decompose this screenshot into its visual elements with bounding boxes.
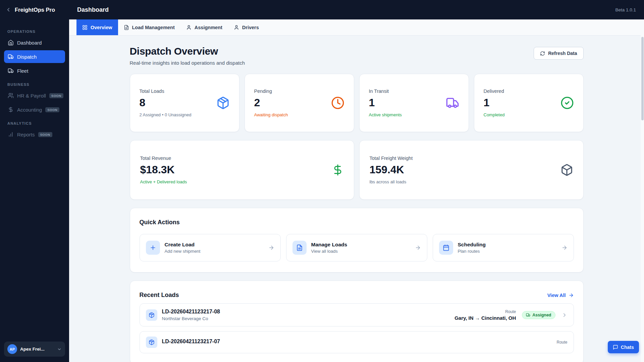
sidebar-item-label: Dashboard <box>17 40 42 46</box>
load-row[interactable]: LD-20260421123217-08 Northstar Beverage … <box>140 303 574 326</box>
package-icon <box>146 337 157 348</box>
stat-subtext: lbs across all loads <box>370 179 413 184</box>
sidebar-item-hr-payroll[interactable]: HR & Payroll SOON <box>4 89 65 102</box>
sidebar: OPERATIONS Dashboard Dispatch Fleet BUSI… <box>0 19 69 362</box>
avatar: AP <box>7 344 17 354</box>
sidebar-item-dispatch[interactable]: Dispatch <box>4 50 65 63</box>
stat-value: 8 <box>140 97 192 109</box>
wide-stats-row: Total Revenue $18.3K Active + Delivered … <box>130 140 584 200</box>
tab-label: Drivers <box>242 25 259 30</box>
grid-icon <box>82 25 88 30</box>
stat-value: 2 <box>254 97 288 109</box>
stats-row: Total Loads 8 2 Assigned • 0 Unassigned … <box>130 74 584 132</box>
stat-value: 1 <box>484 97 505 109</box>
stat-card-total-loads: Total Loads 8 2 Assigned • 0 Unassigned <box>130 74 239 132</box>
stat-card-delivered: Delivered 1 Completed <box>474 74 584 132</box>
nav-section-business: BUSINESS <box>7 82 62 86</box>
sidebar-item-reports[interactable]: Reports SOON <box>4 128 65 141</box>
stat-subtext: Active shipments <box>369 112 402 117</box>
route-value: Gary, IN → Cincinnati, OH <box>454 315 516 321</box>
page-title: Dispatch Overview <box>130 46 245 57</box>
stat-label: Total Loads <box>140 88 192 94</box>
tab-assignment[interactable]: Assignment <box>180 19 228 35</box>
sidebar-item-accounting[interactable]: Accounting SOON <box>4 103 65 116</box>
scrollbar-track[interactable] <box>641 19 644 362</box>
file-text-icon <box>124 25 129 30</box>
sidebar-item-label: Fleet <box>17 68 28 74</box>
stat-value: $18.3K <box>140 164 187 176</box>
users-icon <box>8 93 14 99</box>
soon-badge: SOON <box>38 132 52 137</box>
quick-action-scheduling[interactable]: Scheduling Plan routes <box>433 234 574 261</box>
recent-loads-panel: Recent Loads View All LD-20260421123217-… <box>130 281 584 362</box>
package-icon <box>216 96 230 110</box>
tab-overview[interactable]: Overview <box>76 19 118 35</box>
route-label: Route <box>454 309 516 314</box>
user-icon <box>234 25 239 30</box>
sidebar-item-fleet[interactable]: Fleet <box>4 64 65 77</box>
stat-subtext: Active + Delivered loads <box>140 179 187 184</box>
main-area: Overview Load Management Assignment Driv… <box>69 19 644 362</box>
chevron-right-icon <box>561 312 568 318</box>
quick-actions-title: Quick Actions <box>140 219 574 226</box>
load-id: LD-20260421123217-07 <box>162 339 220 345</box>
load-row[interactable]: LD-20260421123217-07 Route <box>140 331 574 353</box>
recent-loads-title: Recent Loads <box>140 292 179 299</box>
stat-label: Pending <box>254 88 288 94</box>
tab-drivers[interactable]: Drivers <box>228 19 265 35</box>
chevron-down-icon <box>57 347 62 352</box>
chats-button[interactable]: Chats <box>608 341 639 353</box>
version-badge: Beta 1.0.1 <box>615 7 644 12</box>
stat-subtext: Completed <box>484 112 505 117</box>
stat-subtext: Awaiting dispatch <box>254 112 288 117</box>
view-all-link[interactable]: View All <box>547 293 574 298</box>
home-icon <box>8 40 14 46</box>
action-subtitle: Add new shipment <box>165 249 201 254</box>
stat-card-in-transit: In Transit 1 Active shipments <box>359 74 469 132</box>
status-label: Assigned <box>532 313 551 317</box>
page-title-topbar: Dashboard <box>77 6 109 13</box>
stat-card-freight-weight: Total Freight Weight 159.4K lbs across a… <box>359 140 584 200</box>
stat-value: 159.4K <box>370 164 413 176</box>
scrollbar-thumb[interactable] <box>641 37 644 120</box>
file-text-icon <box>292 241 307 255</box>
tab-load-management[interactable]: Load Management <box>118 19 180 35</box>
sidebar-item-label: Dispatch <box>17 54 37 60</box>
load-customer: Northstar Beverage Co <box>162 316 220 321</box>
arrow-right-icon <box>569 293 574 298</box>
refresh-icon <box>540 51 545 56</box>
sidebar-item-label: Accounting <box>17 107 42 113</box>
refresh-data-button[interactable]: Refresh Data <box>534 47 583 60</box>
plus-icon <box>146 241 160 255</box>
bar-chart-icon <box>8 131 14 137</box>
sidebar-item-label: HR & Payroll <box>17 93 46 99</box>
sidebar-item-label: Reports <box>17 132 35 137</box>
chats-label: Chats <box>621 345 634 350</box>
calendar-icon <box>439 241 453 255</box>
soon-badge: SOON <box>45 107 59 112</box>
back-button[interactable] <box>5 7 11 13</box>
route-label: Route <box>556 340 567 345</box>
nav-section-operations: OPERATIONS <box>7 29 62 34</box>
truck-icon <box>526 313 530 317</box>
app-brand: FreightOps Pro <box>15 7 55 13</box>
nav-section-analytics: ANALYTICS <box>7 121 62 125</box>
dollar-icon <box>8 107 14 113</box>
quick-action-manage-loads[interactable]: Manage Loads View all loads <box>286 234 427 261</box>
quick-action-create-load[interactable]: Create Load Add new shipment <box>140 234 281 261</box>
arrow-right-icon <box>268 245 274 251</box>
stat-label: Total Revenue <box>140 156 187 161</box>
account-name: Apex Frei... <box>20 347 45 352</box>
dollar-icon <box>332 164 344 176</box>
account-switcher[interactable]: AP Apex Frei... <box>4 342 65 357</box>
tab-label: Overview <box>91 25 112 30</box>
action-title: Create Load <box>165 242 201 248</box>
user-icon <box>186 25 192 30</box>
quick-actions-panel: Quick Actions Create Load Add new shipme… <box>130 208 584 273</box>
top-bar: FreightOps Pro Dashboard Beta 1.0.1 <box>0 0 644 19</box>
tab-bar: Overview Load Management Assignment Driv… <box>69 19 644 36</box>
sidebar-item-dashboard[interactable]: Dashboard <box>4 36 65 49</box>
stat-subtext: 2 Assigned • 0 Unassigned <box>140 112 192 117</box>
content-scroll-area[interactable]: Dispatch Overview Real-time insights int… <box>69 36 644 362</box>
package-icon <box>146 309 157 321</box>
